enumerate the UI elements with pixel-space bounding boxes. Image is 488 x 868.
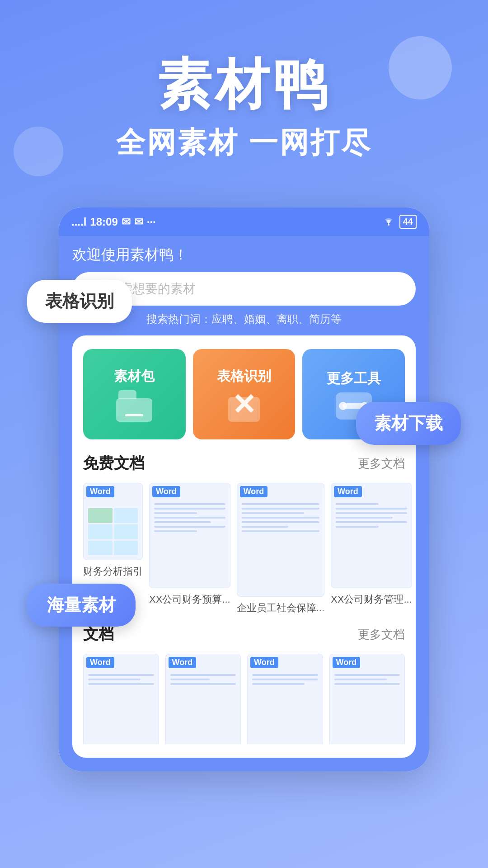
doc-thumb-3: Word	[237, 483, 324, 597]
float-label-material-download: 素材下载	[356, 402, 461, 445]
second-docs-header: 文档 更多文档	[83, 624, 405, 645]
doc-thumb-8: Word	[329, 654, 405, 744]
doc-caption-2: XX公司财务预算...	[149, 593, 230, 606]
status-time: 18:09	[90, 216, 117, 228]
doc-thumb-4: Word	[331, 483, 412, 588]
hero-section: 素材鸭 全网素材 一网打尽	[0, 0, 488, 189]
float-label-table-recognition: 表格识别	[27, 280, 132, 323]
doc-caption-3: 企业员工社会保障...	[237, 601, 324, 615]
more-icon: ···	[147, 216, 156, 228]
free-docs-header: 免费文档 更多文档	[83, 453, 405, 474]
doc-item-6[interactable]: Word	[165, 654, 241, 744]
float-label-massive-material: 海量素材	[27, 584, 136, 627]
status-right: 44	[382, 215, 417, 229]
bottom-word-3: Word	[398, 828, 415, 836]
doc-caption-4: XX公司财务管理...	[331, 593, 412, 606]
welcome-text: 欢迎使用素材鸭！	[72, 245, 416, 265]
doc-badge-4: Word	[334, 486, 362, 497]
white-card: 素材包 表格识别 ✕	[72, 335, 416, 758]
feature-label-3: 更多工具	[327, 369, 381, 388]
deco-circle-2	[14, 127, 63, 176]
doc-thumb-7: Word	[247, 654, 323, 744]
hero-subtitle: 全网素材 一网打尽	[27, 123, 461, 162]
doc-item-5[interactable]: Word	[83, 654, 159, 744]
doc-badge-5: Word	[86, 657, 114, 668]
msg-icon: ✉	[134, 216, 143, 228]
feature-material-pack[interactable]: 素材包	[83, 349, 186, 439]
feature-label-2: 表格识别	[217, 367, 271, 386]
second-docs-grid: Word Word	[83, 654, 405, 744]
battery-indicator: 44	[399, 215, 417, 229]
svg-point-0	[388, 224, 389, 226]
status-left: ....l 18:09 ✉ ✉ ···	[71, 216, 156, 228]
doc-badge-7: Word	[250, 657, 278, 668]
email-icon: ✉	[122, 216, 131, 228]
phone-mockup-wrapper: 表格识别 素材下载 海量素材 ....l 18:09 ✉ ✉ ···	[41, 208, 447, 789]
deco-circle-1	[389, 36, 452, 99]
bottom-word-2: Word	[235, 828, 253, 836]
doc-badge-1: Word	[86, 486, 114, 497]
doc-thumb-5: Word	[83, 654, 159, 744]
free-docs-more[interactable]: 更多文档	[358, 456, 405, 472]
bottom-word-1: Word	[73, 828, 90, 836]
doc-badge-3: Word	[240, 486, 268, 497]
doc-caption-1: 财务分析指引	[83, 565, 143, 578]
doc-item-2[interactable]: Word XX公司财务预算...	[149, 483, 230, 615]
feature-label-1: 素材包	[114, 367, 155, 386]
feature-table-recognition[interactable]: 表格识别 ✕	[193, 349, 296, 439]
doc-badge-6: Word	[169, 657, 197, 668]
doc-thumb-1: Word	[83, 483, 143, 560]
doc-item-3[interactable]: Word 企业员工社会保障...	[237, 483, 324, 615]
doc-thumb-6: Word	[165, 654, 241, 744]
doc-item-7[interactable]: Word	[247, 654, 323, 744]
signal-icon: ....l	[71, 216, 86, 228]
second-section: 文档 更多文档 Word	[83, 624, 405, 744]
free-docs-title: 免费文档	[83, 453, 145, 474]
second-docs-title: 文档	[83, 624, 114, 645]
doc-item-4[interactable]: Word XX公司财务管理...	[331, 483, 412, 615]
status-bar: ....l 18:09 ✉ ✉ ··· 44	[59, 208, 429, 236]
doc-thumb-2: Word	[149, 483, 230, 588]
second-docs-more[interactable]: 更多文档	[358, 627, 405, 642]
wifi-icon	[382, 216, 395, 228]
doc-badge-8: Word	[333, 657, 361, 668]
doc-item-8[interactable]: Word	[329, 654, 405, 744]
doc-badge-2: Word	[152, 486, 180, 497]
